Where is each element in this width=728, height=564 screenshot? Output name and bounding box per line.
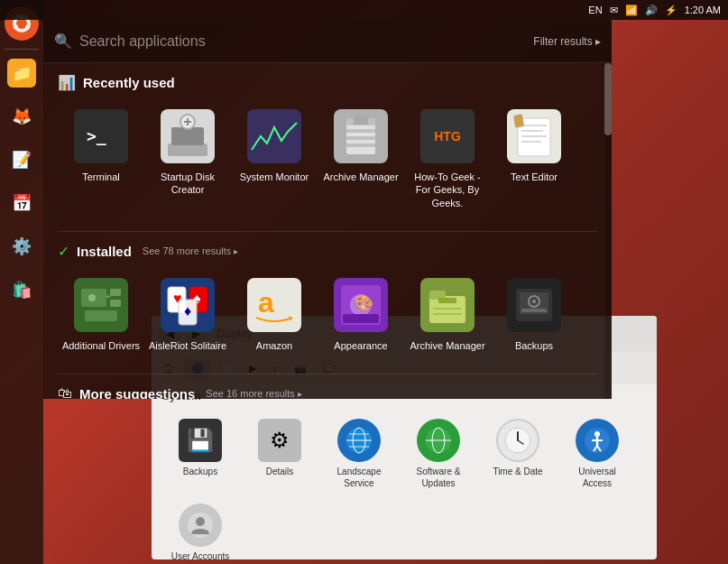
settings-app-details[interactable]: ⚙ Details — [242, 413, 318, 495]
search-bar: 🔍 Filter results ▸ — [43, 20, 612, 63]
topbar-battery[interactable]: ⚡ — [665, 5, 677, 16]
archive-icon — [334, 109, 388, 163]
recently-used-header: 📊 Recently used — [58, 74, 597, 91]
recently-used-icon: 📊 — [58, 74, 76, 91]
topbar-volume[interactable]: 🔊 — [645, 5, 658, 16]
svg-text:+: + — [106, 291, 111, 301]
app-terminal[interactable]: >_ Terminal — [58, 100, 144, 217]
settings-app-user-accounts[interactable]: User Accounts — [162, 498, 238, 559]
more-suggestions-link[interactable]: See 16 more results ▸ — [206, 388, 302, 399]
settings-app-landscape[interactable]: Landscape Service — [321, 413, 397, 495]
sidebar: 📁 🦊 📝 📅 ⚙️ 🛍️ — [0, 0, 43, 564]
amazon-label: Amazon — [256, 339, 292, 352]
adddriver-label: Additional Drivers — [62, 339, 140, 352]
settings-icon: ⚙️ — [7, 232, 36, 261]
archive-icon-wrap — [332, 107, 390, 165]
installed-more-link[interactable]: See 78 more results ▸ — [143, 245, 239, 256]
app-amazon[interactable]: a Amazon — [231, 269, 318, 359]
installed-title: Installed — [77, 244, 132, 259]
app-backups[interactable]: Backups — [491, 269, 577, 359]
svg-rect-35 — [346, 136, 375, 140]
landscape-icon — [337, 419, 381, 462]
startup-icon — [161, 109, 215, 163]
settings-app-backups[interactable]: 💾 Backups — [162, 413, 238, 495]
divider-1 — [58, 231, 597, 232]
topbar-keyboard[interactable]: EN — [588, 5, 602, 15]
settings-time-date-label: Time & Date — [493, 466, 542, 477]
archive-label: Archive Manager — [323, 171, 398, 183]
divider-2 — [58, 374, 597, 374]
aisle-icon-wrap: ♥ ♠ ♦ — [159, 276, 217, 334]
app-aisleriot[interactable]: ♥ ♠ ♦ AisleRiot Solitaire — [144, 269, 231, 359]
software-updates-icon — [417, 419, 460, 462]
startup-label: Startup Disk Creator — [148, 171, 227, 197]
svg-rect-34 — [346, 129, 375, 133]
sidebar-item-libreoffice[interactable]: 📝 — [0, 138, 43, 181]
texteditor-icon — [507, 109, 561, 163]
filter-results-button[interactable]: Filter results ▸ — [533, 35, 601, 48]
archivemgr-icon-wrap — [419, 276, 476, 334]
settings-app-software-updates[interactable]: Software & Updates — [401, 413, 476, 495]
sidebar-item-firefox[interactable]: 🦊 — [0, 95, 43, 138]
app-system-monitor[interactable]: System Monitor — [231, 100, 318, 217]
topbar: EN ✉ 📶 🔊 ⚡ 1:20 AM — [0, 0, 728, 20]
time-date-icon — [496, 419, 539, 462]
recently-used-grid: >_ Terminal Startup Disk Creator — [58, 100, 597, 217]
app-additional-drivers[interactable]: + Additional Drivers — [58, 269, 144, 359]
settings-app-time-date[interactable]: Time & Date — [480, 413, 556, 495]
startup-icon-wrap — [159, 107, 217, 165]
content-area: 📊 Recently used >_ Terminal — [43, 63, 612, 399]
scrollbar-track — [604, 63, 612, 399]
svg-rect-36 — [346, 143, 375, 147]
app-archive-manager-2[interactable]: Archive Manager — [404, 269, 491, 359]
sidebar-item-files[interactable]: 📁 — [0, 51, 43, 95]
backups-sm-icon: 💾 — [179, 419, 222, 462]
sysmon-label: System Monitor — [240, 171, 309, 183]
topbar-mail[interactable]: ✉ — [610, 5, 618, 16]
app-appearance[interactable]: 🎨 Appearance — [318, 269, 404, 359]
filter-arrow-icon: ▸ — [595, 35, 601, 48]
svg-rect-76 — [521, 309, 547, 312]
svg-point-17 — [594, 431, 600, 437]
calendar-icon: 📅 — [7, 189, 36, 217]
libreoffice-icon: 📝 — [7, 145, 36, 174]
scrollbar-thumb[interactable] — [604, 63, 612, 135]
more-suggestions-title: More suggestions — [79, 386, 195, 399]
app-text-editor[interactable]: Text Editor — [491, 100, 577, 217]
archive-manager-2-label: Archive Manager — [410, 339, 484, 352]
svg-rect-30 — [247, 109, 301, 163]
search-icon: 🔍 — [54, 32, 72, 50]
sidebar-item-settings[interactable]: ⚙️ — [0, 225, 43, 268]
settings-details-label: Details — [266, 466, 294, 477]
more-suggestions-icon: 🛍 — [58, 385, 72, 399]
settings-backups-label: Backups — [183, 466, 217, 477]
svg-text:>_: >_ — [87, 126, 106, 145]
amazon-icon-wrap: a — [245, 276, 303, 334]
search-input[interactable] — [79, 33, 526, 50]
sidebar-item-calendar[interactable]: 📅 — [0, 181, 43, 225]
svg-rect-47 — [110, 289, 121, 296]
app-archive-manager[interactable]: Archive Manager — [318, 100, 404, 217]
details-icon: ⚙ — [258, 419, 301, 462]
user-accounts-icon — [179, 504, 222, 547]
app-htg[interactable]: HTG How-To Geek - For Geeks, By Geeks. — [404, 100, 491, 217]
sidebar-item-software[interactable]: 🛍️ — [0, 268, 43, 311]
htg-icon: HTG — [420, 109, 475, 163]
installed-more-label: See 78 more results — [143, 245, 231, 256]
filter-results-label: Filter results — [533, 35, 592, 48]
settings-app-universal-access[interactable]: Universal Access — [559, 413, 635, 495]
svg-point-50 — [88, 294, 96, 301]
settings-user-accounts-label: User Accounts — [171, 550, 229, 559]
aisle-icon: ♥ ♠ ♦ — [161, 278, 215, 332]
app-startup-disk-creator[interactable]: Startup Disk Creator — [144, 100, 231, 217]
topbar-network[interactable]: 📶 — [625, 5, 638, 16]
more-suggestions-header: 🛍 More suggestions See 16 more results ▸ — [58, 385, 597, 399]
archivemgr-icon — [420, 278, 475, 332]
settings-apps-row: 💾 Backups ⚙ Details Landscape Service — [152, 406, 657, 559]
svg-rect-59 — [247, 278, 301, 332]
svg-rect-48 — [110, 300, 121, 307]
more-suggestions-more-label: See 16 more results — [206, 388, 294, 399]
htg-icon-wrap: HTG — [419, 107, 476, 165]
adddriver-icon-wrap: + — [72, 276, 130, 334]
texteditor-icon-wrap — [505, 107, 563, 165]
